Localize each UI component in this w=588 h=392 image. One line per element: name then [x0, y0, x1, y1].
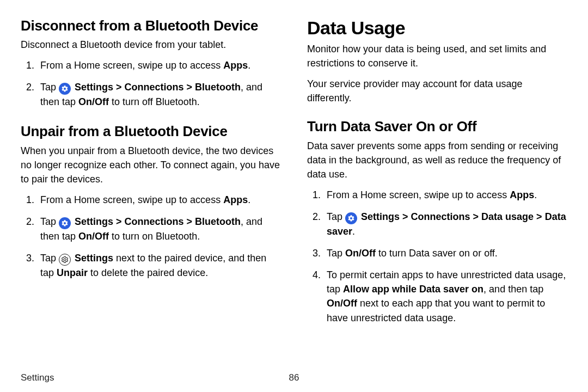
- footer-page-number: 86: [289, 372, 299, 383]
- bold-path: Settings > Connections > Bluetooth: [75, 82, 241, 93]
- intro-data-usage-1: Monitor how your data is being used, and…: [307, 42, 567, 70]
- settings-gear-outline-icon: [59, 254, 71, 266]
- steps-disconnect: From a Home screen, swipe up to access A…: [24, 58, 281, 109]
- steps-unpair: From a Home screen, swipe up to access A…: [24, 193, 281, 280]
- intro-data-saver: Data saver prevents some apps from sendi…: [307, 139, 567, 181]
- heading-unpair: Unpair from a Bluetooth Device: [21, 123, 281, 140]
- step: Tap Settings > Connections > Bluetooth, …: [37, 80, 281, 109]
- intro-unpair: When you unpair from a Bluetooth device,…: [21, 144, 281, 186]
- step: From a Home screen, swipe up to access A…: [37, 193, 281, 207]
- bold-apps: Apps: [223, 194, 248, 205]
- step: From a Home screen, swipe up to access A…: [37, 58, 281, 72]
- text: From a Home screen, swipe up to access: [40, 60, 223, 71]
- bold-allow-app: Allow app while Data saver on: [343, 284, 483, 295]
- step: Tap Settings > Connections > Bluetooth, …: [37, 215, 281, 243]
- text: , and then tap: [483, 284, 543, 295]
- text: From a Home screen, swipe up to access: [40, 194, 223, 205]
- bold-path: Settings > Connections > Data usage > Da…: [327, 211, 566, 237]
- text: Tap: [40, 253, 59, 264]
- step: Tap On/Off to turn Data saver on or off.: [323, 246, 567, 260]
- steps-data-saver: From a Home screen, swipe up to access A…: [310, 188, 567, 325]
- step: To permit certain apps to have unrestric…: [323, 268, 567, 324]
- footer-section-label: Settings: [21, 372, 54, 383]
- text: to turn off Bluetooth.: [109, 96, 200, 107]
- step: From a Home screen, swipe up to access A…: [323, 188, 567, 202]
- intro-disconnect: Disconnect a Bluetooth device from your …: [21, 38, 281, 52]
- page-columns: Disconnect from a Bluetooth Device Disco…: [21, 17, 567, 339]
- bold-apps: Apps: [510, 189, 534, 200]
- heading-data-saver: Turn Data Saver On or Off: [307, 118, 567, 135]
- settings-gear-icon: [59, 83, 71, 95]
- text: Tap: [327, 248, 345, 259]
- bold-onoff: On/Off: [327, 298, 357, 309]
- text: From a Home screen, swipe up to access: [327, 189, 510, 200]
- text: to turn Data saver on or off.: [376, 248, 498, 259]
- text: Tap: [40, 82, 59, 93]
- settings-gear-icon: [345, 212, 357, 224]
- text: .: [352, 226, 355, 237]
- section-unpair-bluetooth: Unpair from a Bluetooth Device When you …: [21, 123, 281, 280]
- heading-disconnect: Disconnect from a Bluetooth Device: [21, 17, 281, 34]
- text: .: [248, 60, 250, 71]
- section-data-saver: Turn Data Saver On or Off Data saver pre…: [307, 118, 567, 324]
- text: to delete the paired device.: [88, 267, 208, 278]
- right-column: Data Usage Monitor how your data is bein…: [307, 17, 567, 339]
- text: next to each app that you want to permit…: [327, 298, 545, 323]
- left-column: Disconnect from a Bluetooth Device Disco…: [21, 17, 281, 339]
- text: Tap: [327, 211, 345, 222]
- title-data-usage: Data Usage: [307, 17, 567, 39]
- bold-unpair: Unpair: [57, 267, 88, 278]
- text: Tap: [40, 216, 59, 227]
- page-footer: Settings 86: [21, 372, 567, 383]
- text: to turn on Bluetooth.: [109, 231, 200, 242]
- bold-settings: Settings: [75, 253, 113, 264]
- text: .: [248, 194, 250, 205]
- settings-gear-icon: [59, 217, 71, 229]
- intro-data-usage-2: Your service provider may account for da…: [307, 77, 567, 105]
- step: Tap Settings > Connections > Data usage …: [323, 210, 567, 238]
- bold-onoff: On/Off: [78, 231, 109, 242]
- bold-onoff: On/Off: [345, 248, 376, 259]
- bold-onoff: On/Off: [78, 96, 109, 107]
- bold-path: Settings > Connections > Bluetooth: [75, 216, 241, 227]
- section-disconnect-bluetooth: Disconnect from a Bluetooth Device Disco…: [21, 17, 281, 109]
- text: .: [534, 189, 537, 200]
- bold-apps: Apps: [223, 60, 248, 71]
- step: Tap Settings next to the paired device, …: [37, 251, 281, 280]
